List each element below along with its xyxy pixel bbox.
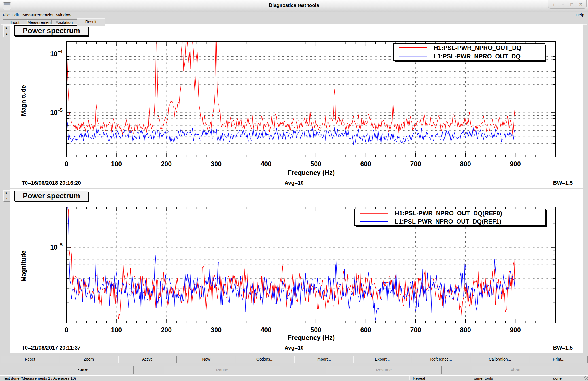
export-button[interactable]: Export... bbox=[353, 356, 411, 363]
svg-text:600: 600 bbox=[360, 326, 371, 334]
resize-grip[interactable] bbox=[584, 376, 588, 380]
svg-text:500: 500 bbox=[311, 326, 321, 334]
close-button[interactable]: ✕ bbox=[578, 2, 583, 7]
active-button[interactable]: Active bbox=[118, 356, 177, 363]
print-button[interactable]: Print... bbox=[530, 356, 588, 363]
menu-plot[interactable]: Plot bbox=[45, 12, 55, 17]
svg-text:300: 300 bbox=[211, 160, 222, 168]
svg-text:H1:PSL-PWR_NPRO_OUT_DQ: H1:PSL-PWR_NPRO_OUT_DQ bbox=[434, 44, 521, 51]
pause-button[interactable]: Pause bbox=[164, 366, 280, 374]
svg-text:800: 800 bbox=[460, 326, 471, 334]
svg-text:400: 400 bbox=[261, 326, 271, 334]
svg-text:0: 0 bbox=[65, 326, 69, 334]
plot2-footer: T0=21/08/2017 20:11:37 Avg=10 BW=1.5 bbox=[10, 345, 583, 352]
pad2-next-button[interactable]: ▶ bbox=[3, 190, 10, 196]
menu-window[interactable]: Window bbox=[55, 12, 72, 17]
plot1-bw: BW=1.5 bbox=[553, 180, 573, 186]
plot1-footer: T0=16/06/2018 20:16:20 Avg=10 BW=1.5 bbox=[10, 180, 583, 187]
plot2-xlabel: Frequency (Hz) bbox=[67, 334, 556, 342]
menubar: File Edit Measurement Plot Window Help bbox=[0, 12, 588, 18]
plot1-t0: T0=16/06/2018 20:16:20 bbox=[22, 180, 81, 186]
svg-text:600: 600 bbox=[360, 160, 371, 168]
power-spectrum-chart-2[interactable]: 010020030040050060070080090010−5H1:PSL-P… bbox=[10, 189, 583, 353]
calibration-button[interactable]: Calibration... bbox=[471, 356, 529, 363]
svg-text:300: 300 bbox=[211, 326, 222, 334]
svg-text:10−5: 10−5 bbox=[50, 108, 63, 116]
app-window: Diagnostics test tools ↑ – □ ✕ File Edit… bbox=[0, 0, 588, 381]
plot2-t0: T0=21/08/2017 20:11:37 bbox=[22, 345, 81, 351]
svg-text:200: 200 bbox=[161, 160, 172, 168]
svg-text:900: 900 bbox=[510, 326, 521, 334]
abort-button[interactable]: Abort bbox=[472, 366, 559, 374]
pad-strip-divider bbox=[10, 24, 10, 354]
plot2-bw: BW=1.5 bbox=[553, 345, 573, 351]
svg-text:10−4: 10−4 bbox=[50, 49, 63, 58]
svg-text:L1:PSL-PWR_NPRO_OUT_DQ(REF1): L1:PSL-PWR_NPRO_OUT_DQ(REF1) bbox=[395, 218, 501, 225]
plot2-ylabel: Magnitude bbox=[20, 215, 29, 317]
menu-edit[interactable]: Edit bbox=[10, 12, 20, 17]
svg-text:H1:PSL-PWR_NPRO_OUT_DQ(REF0): H1:PSL-PWR_NPRO_OUT_DQ(REF0) bbox=[395, 210, 502, 217]
power-spectrum-chart-1[interactable]: 010020030040050060070080090010−410−5H1:P… bbox=[10, 24, 583, 188]
svg-text:100: 100 bbox=[111, 160, 122, 168]
svg-text:700: 700 bbox=[410, 326, 421, 334]
status-mode: Repeat bbox=[411, 376, 468, 380]
resume-button[interactable]: Resume bbox=[326, 366, 442, 374]
svg-text:700: 700 bbox=[410, 160, 421, 168]
plot-canvas-2: 010020030040050060070080090010−5H1:PSL-P… bbox=[10, 189, 583, 353]
plot1-title: Power spectrum bbox=[14, 25, 88, 36]
maximize-button[interactable]: □ bbox=[569, 2, 574, 7]
statusbar: Test done (Measurements 1 / Averages 10)… bbox=[0, 375, 588, 381]
svg-text:0: 0 bbox=[65, 160, 69, 168]
svg-text:500: 500 bbox=[311, 160, 321, 168]
status-tool: Fourier tools bbox=[470, 376, 550, 380]
reference-button[interactable]: Reference... bbox=[412, 356, 470, 363]
menu-help[interactable]: Help bbox=[574, 12, 585, 17]
window-title: Diagnostics test tools bbox=[0, 3, 588, 8]
shade-button[interactable]: ↑ bbox=[551, 2, 556, 7]
minimize-button[interactable]: – bbox=[560, 2, 565, 7]
status-message: Test done (Measurements 1 / Averages 10) bbox=[1, 376, 410, 380]
svg-text:800: 800 bbox=[460, 160, 471, 168]
pad1-next-button[interactable]: ▶ bbox=[3, 25, 10, 31]
svg-text:100: 100 bbox=[111, 326, 122, 334]
svg-text:900: 900 bbox=[510, 160, 521, 168]
svg-text:10−5: 10−5 bbox=[50, 242, 63, 251]
new-button[interactable]: New bbox=[177, 356, 235, 363]
plot1-avg: Avg=10 bbox=[285, 180, 303, 186]
plot1-xlabel: Frequency (Hz) bbox=[67, 169, 556, 177]
plot2-title: Power spectrum bbox=[14, 191, 88, 201]
import-button[interactable]: Import... bbox=[294, 356, 353, 363]
status-state: done bbox=[551, 376, 584, 380]
pad1-up-button[interactable]: ▲ bbox=[3, 31, 10, 37]
start-button[interactable]: Start bbox=[32, 366, 134, 374]
svg-text:400: 400 bbox=[261, 160, 271, 168]
pad2-up-button[interactable]: ▲ bbox=[3, 196, 10, 202]
zoom-button[interactable]: Zoom bbox=[60, 356, 118, 363]
tab-result[interactable]: Result bbox=[77, 18, 105, 26]
svg-text:L1:PSL-PWR_NPRO_OUT_DQ: L1:PSL-PWR_NPRO_OUT_DQ bbox=[434, 53, 521, 60]
plot-canvas-1: 010020030040050060070080090010−410−5H1:P… bbox=[10, 24, 583, 188]
toolbar: Reset Zoom Active New Options... Import.… bbox=[0, 355, 588, 363]
svg-text:200: 200 bbox=[161, 326, 172, 334]
window-controls: ↑ – □ ✕ bbox=[548, 0, 587, 9]
tabbar: Input Measurement Excitation Result bbox=[0, 18, 588, 24]
plot1-ylabel: Magnitude bbox=[20, 50, 29, 152]
reset-button[interactable]: Reset bbox=[1, 356, 59, 363]
plot2-avg: Avg=10 bbox=[285, 345, 303, 351]
options-button[interactable]: Options... bbox=[236, 356, 294, 363]
menu-file[interactable]: File bbox=[2, 12, 11, 17]
titlebar[interactable]: Diagnostics test tools ↑ – □ ✕ bbox=[0, 0, 588, 12]
run-controls: Start Pause Resume Abort bbox=[0, 364, 588, 375]
